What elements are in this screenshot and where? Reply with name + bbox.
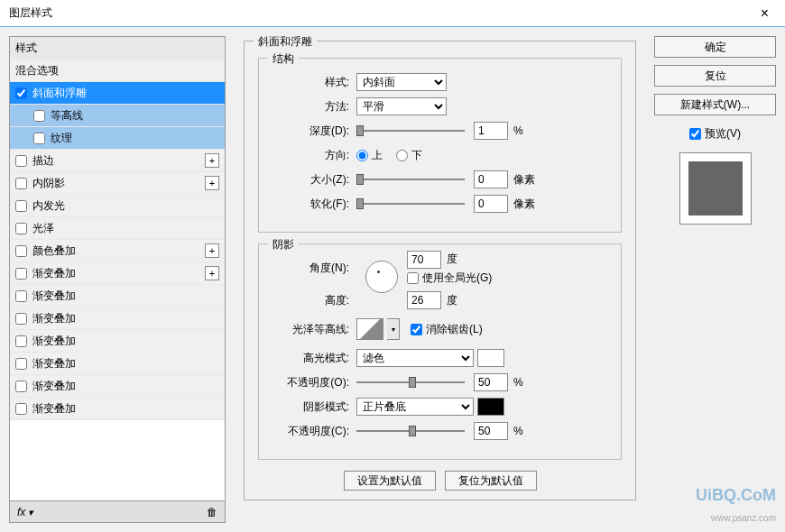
shadow-opacity-input[interactable] [474, 422, 508, 440]
soften-input[interactable] [474, 195, 508, 213]
shadow-opacity-slider[interactable] [356, 423, 465, 439]
style-select[interactable]: 内斜面 [356, 73, 447, 91]
depth-slider[interactable] [356, 123, 465, 139]
structure-title: 结构 [268, 51, 299, 67]
preview-swatch [688, 161, 743, 216]
watermark: UiBQ.CoM [696, 486, 776, 505]
shadow-color-swatch[interactable] [477, 398, 504, 416]
style-bevel-emboss[interactable]: 斜面和浮雕 [10, 82, 225, 105]
size-row: 大小(Z): 像素 [272, 170, 607, 189]
technique-select[interactable]: 平滑 [356, 97, 447, 115]
highlight-opacity-row: 不透明度(O): % [272, 372, 607, 392]
add-color-overlay-icon[interactable]: + [205, 243, 219, 258]
bevel-section: 斜面和浮雕 结构 样式: 内斜面 方法: 平滑 深度(D): % [244, 41, 636, 500]
style-gradient-overlay-1[interactable]: 渐变叠加 + [10, 262, 225, 285]
make-default-button[interactable]: 设置为默认值 [344, 471, 436, 491]
global-light-checkbox[interactable] [407, 272, 419, 284]
direction-label: 方向: [272, 148, 349, 163]
styles-header[interactable]: 样式 [10, 37, 225, 60]
style-gradient-overlay-6[interactable]: 渐变叠加 [10, 375, 225, 398]
texture-checkbox[interactable] [33, 133, 45, 144]
size-slider[interactable] [356, 171, 465, 188]
shadow-mode-select[interactable]: 正片叠底 [356, 398, 474, 416]
style-gradient-overlay-4[interactable]: 渐变叠加 [10, 330, 225, 353]
ok-button[interactable]: 确定 [654, 36, 776, 58]
style-gradient-overlay-2[interactable]: 渐变叠加 [10, 285, 225, 307]
add-inner-shadow-icon[interactable]: + [205, 176, 219, 190]
new-style-button[interactable]: 新建样式(W)... [654, 94, 776, 115]
technique-row: 方法: 平滑 [272, 96, 607, 116]
highlight-opacity-slider[interactable] [356, 374, 465, 390]
size-input[interactable] [474, 170, 508, 188]
gradient-overlay-checkbox-6[interactable] [15, 381, 27, 392]
gloss-contour-dropdown-icon[interactable]: ▾ [387, 318, 400, 340]
contour-checkbox[interactable] [33, 110, 45, 122]
gradient-overlay-checkbox-5[interactable] [15, 358, 27, 370]
inner-shadow-checkbox[interactable] [15, 178, 27, 189]
size-label: 大小(Z): [272, 172, 349, 188]
right-panel: 确定 复位 新建样式(W)... 预览(V) [654, 36, 776, 523]
style-inner-shadow[interactable]: 内阴影 + [10, 172, 225, 195]
bevel-checkbox[interactable] [15, 87, 27, 99]
shadow-opacity-label: 不透明度(C): [272, 424, 349, 439]
style-texture[interactable]: 纹理 [10, 127, 225, 150]
gradient-overlay-checkbox-3[interactable] [15, 313, 27, 325]
color-overlay-checkbox[interactable] [15, 245, 27, 257]
technique-label: 方法: [272, 99, 349, 115]
shadow-mode-label: 阴影模式: [272, 399, 349, 415]
reset-default-button[interactable]: 复位为默认值 [445, 471, 537, 491]
direction-radio-group: 上 下 [356, 148, 422, 163]
angle-unit: 度 [447, 252, 457, 267]
gradient-overlay-checkbox-7[interactable] [15, 403, 27, 415]
add-stroke-icon[interactable]: + [205, 153, 219, 168]
altitude-unit: 度 [447, 293, 457, 308]
shading-group: 阴影 角度(N): 度 使用全局光(G) 高度: [258, 243, 622, 460]
soften-label: 软化(F): [272, 197, 349, 212]
styles-list[interactable]: 样式 混合选项 斜面和浮雕 等高线 纹理 描边 + 内阴影 [9, 36, 226, 501]
style-gradient-overlay-5[interactable]: 渐变叠加 [10, 353, 225, 375]
style-gradient-overlay-3[interactable]: 渐变叠加 [10, 307, 225, 330]
depth-input[interactable] [474, 122, 508, 140]
gloss-contour-picker[interactable] [356, 318, 383, 340]
style-color-overlay[interactable]: 颜色叠加 + [10, 240, 225, 262]
style-contour[interactable]: 等高线 [10, 105, 225, 127]
blend-options[interactable]: 混合选项 [10, 60, 225, 82]
stroke-checkbox[interactable] [15, 155, 27, 167]
shadow-opacity-row: 不透明度(C): % [272, 421, 607, 441]
style-gradient-overlay-7[interactable]: 渐变叠加 [10, 398, 225, 420]
shadow-opacity-unit: % [513, 425, 523, 437]
angle-label: 角度(N): [272, 261, 349, 276]
style-inner-glow[interactable]: 内发光 [10, 195, 225, 217]
cancel-button[interactable]: 复位 [654, 65, 776, 87]
antialiased-checkbox[interactable] [411, 324, 422, 335]
close-icon[interactable]: × [753, 5, 776, 22]
trash-icon[interactable]: 🗑 [207, 506, 217, 518]
altitude-label: 高度: [272, 293, 349, 308]
dialog-body: 样式 混合选项 斜面和浮雕 等高线 纹理 描边 + 内阴影 [0, 27, 785, 532]
gradient-overlay-checkbox-1[interactable] [15, 268, 27, 280]
gradient-overlay-checkbox-4[interactable] [15, 335, 27, 347]
altitude-input[interactable] [407, 291, 441, 309]
soften-slider[interactable] [356, 196, 465, 212]
highlight-opacity-input[interactable] [474, 373, 508, 391]
highlight-mode-select[interactable]: 滤色 [356, 349, 474, 367]
style-stroke[interactable]: 描边 + [10, 150, 225, 172]
style-label: 样式: [272, 75, 349, 90]
altitude-row: 高度: 度 [272, 290, 607, 310]
satin-checkbox[interactable] [15, 223, 27, 234]
direction-up-radio[interactable] [356, 150, 368, 161]
add-gradient-overlay-icon[interactable]: + [205, 266, 219, 280]
preview-label: 预览(V) [705, 126, 741, 142]
gradient-overlay-checkbox-2[interactable] [15, 290, 27, 302]
depth-unit: % [513, 124, 523, 137]
direction-down-radio[interactable] [396, 150, 408, 161]
inner-glow-checkbox[interactable] [15, 200, 27, 212]
highlight-color-swatch[interactable] [477, 349, 504, 367]
preview-checkbox[interactable] [689, 128, 701, 140]
fx-menu[interactable]: fx ▾ [17, 506, 33, 518]
style-satin[interactable]: 光泽 [10, 217, 225, 240]
angle-dial[interactable] [365, 261, 398, 293]
angle-input[interactable] [407, 251, 441, 269]
preview-box [679, 152, 752, 225]
depth-row: 深度(D): % [272, 121, 607, 141]
